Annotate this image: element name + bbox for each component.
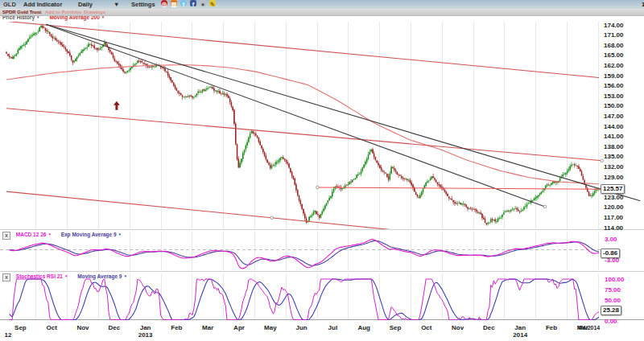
price-axis-tick: 135.00 [604, 153, 623, 160]
price-axis-tick: 156.00 [604, 82, 623, 89]
price-axis-tick: 129.00 [604, 174, 623, 181]
macd-close-button[interactable]: X [2, 232, 10, 240]
price-axis-tick: 138.00 [604, 143, 623, 150]
chart-icon[interactable]: ▥ [171, 0, 177, 6]
notes-icon[interactable]: ✎ [209, 0, 216, 6]
time-axis-month: Oct [421, 324, 431, 331]
chart-canvas[interactable] [0, 0, 644, 341]
macd-signal-dropdown[interactable]: Exp Moving Average 9▼ [61, 232, 122, 237]
time-axis-month: Apr [233, 324, 245, 331]
stoch-ma-dropdown[interactable]: Moving Average 9▼ [77, 273, 127, 279]
stoch-axis-tick: 100.00 [605, 276, 624, 283]
price-axis-tick: 147.00 [604, 113, 623, 120]
last-price-box: 125.57 [601, 184, 625, 194]
time-axis-month: Jul [328, 324, 338, 331]
stoch-value-box: 25.28 [601, 306, 621, 315]
price-axis-tick: 123.00 [604, 194, 623, 201]
time-axis-month: Aug [357, 324, 370, 331]
time-axis-month: Dec [483, 324, 495, 331]
time-axis-month: Feb [546, 324, 557, 331]
price-axis-tick: 171.00 [604, 31, 623, 39]
time-axis-month: Jan [514, 324, 526, 331]
time-axis-month: Sep [14, 324, 27, 331]
price-axis-tick: 114.00 [604, 224, 623, 232]
macd-value-box: -0.86 [601, 249, 620, 258]
drawings-link[interactable]: Drawings [84, 9, 105, 15]
alert-icon[interactable]: ◎ [161, 0, 167, 6]
price-axis-tick: 144.00 [604, 123, 623, 130]
time-axis-year: 2014 [513, 331, 527, 339]
symbol-badge[interactable]: GLD [3, 0, 16, 9]
time-axis-month: Nov [452, 324, 464, 331]
chevron-down-icon: ▼ [47, 232, 51, 236]
period-caret-icon[interactable]: ▼ [114, 0, 119, 9]
twitter-icon[interactable]: t [180, 0, 187, 6]
time-axis-month: Oct [47, 324, 57, 331]
price-axis-tick: 150.00 [604, 102, 623, 109]
time-axis-end-date: 4/4/2014 [578, 325, 600, 331]
macd-panel-header: X MACD 12 26▼ Exp Moving Average 9▼ [2, 232, 130, 240]
stoch-close-button[interactable]: X [2, 273, 10, 281]
price-axis-tick: 117.00 [604, 214, 623, 221]
time-axis-month: Sep [390, 324, 402, 331]
stoch-rsi-dropdown[interactable]: Stochastics RSI 21▼ [16, 273, 68, 279]
facebook-icon[interactable]: f [190, 0, 196, 6]
macd-axis-tick: 3.00 [605, 236, 617, 243]
price-axis-tick: 162.00 [604, 62, 623, 69]
stoch-axis-tick: 50.00 [605, 297, 621, 304]
time-axis-month: Jun [295, 324, 307, 331]
chevron-down-icon: ▼ [118, 232, 122, 236]
price-axis-tick: 165.00 [604, 51, 623, 59]
time-axis-year: 2013 [138, 331, 153, 339]
stoch-panel-header: X Stochastics RSI 21▼ Moving Average 9▼ [2, 273, 135, 281]
stoch-axis-tick: 75.00 [605, 286, 621, 294]
chevron-down-icon: ▼ [123, 274, 126, 278]
time-axis-month: May [264, 324, 277, 331]
macd-dropdown[interactable]: MACD 12 26▼ [16, 232, 52, 237]
symbol-subheader: SPDR Gold Trust Add to Portfolio Drawing… [0, 9, 644, 16]
time-axis-month: Feb [171, 324, 182, 331]
price-axis-tick: 141.00 [604, 133, 623, 140]
price-axis-tick: 168.00 [604, 42, 623, 49]
price-axis-tick: 120.00 [604, 203, 623, 211]
price-axis-tick: 153.00 [604, 92, 623, 100]
chevron-down-icon: ▼ [64, 274, 68, 278]
fund-name: SPDR Gold Trust [2, 9, 41, 15]
settings-button[interactable]: Settings [131, 0, 155, 9]
price-axis-tick: 132.00 [604, 163, 623, 170]
period-select[interactable]: Daily [78, 0, 93, 9]
time-axis-month: Mar [202, 324, 213, 331]
price-axis-tick: 159.00 [604, 72, 623, 80]
add-indicator-button[interactable]: Add Indicator [23, 0, 62, 9]
time-axis-year: 12 [5, 331, 12, 339]
time-axis-month: Nov [76, 324, 89, 331]
time-axis-month: Jan [140, 324, 151, 331]
stoch-axis-tick: 0.00 [605, 318, 617, 325]
time-axis-month: Dec [108, 324, 120, 331]
camera-icon[interactable]: ● [200, 0, 206, 6]
price-axis-tick: 174.00 [604, 22, 623, 29]
add-to-portfolio-link[interactable]: Add to Portfolio [45, 9, 81, 15]
charting-application: GLD Add Indicator Daily ▼ Settings ◎▥tf●… [0, 0, 644, 341]
